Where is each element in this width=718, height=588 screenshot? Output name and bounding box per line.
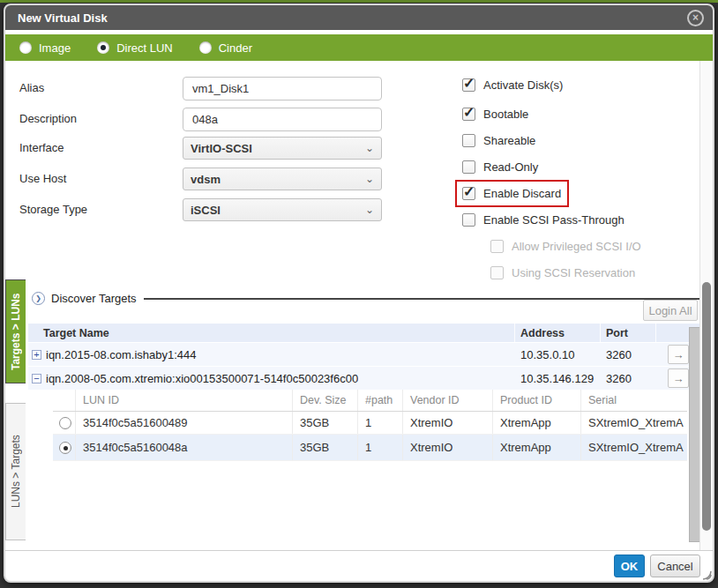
column-header-port: Port <box>601 324 656 342</box>
use-host-select[interactable]: vdsm ⌄ <box>183 167 382 190</box>
interface-select[interactable]: VirtIO-SCSI ⌄ <box>183 137 382 160</box>
interface-label: Interface <box>19 141 64 154</box>
discover-targets-legend[interactable]: ❯ Discover Targets <box>25 291 144 306</box>
use-host-label: Use Host <box>19 172 66 185</box>
login-all-button[interactable]: Login All <box>643 300 698 321</box>
column-header-path: #path <box>358 390 403 411</box>
targets-table: Target Name Address Port + iqn.2015-08.c… <box>28 324 700 390</box>
checkbox-allow-privileged-scsi-io: Allow Privileged SCSI I/O <box>490 240 641 253</box>
lun-dev-size: 35GB <box>293 412 358 434</box>
tab-luns-to-targets[interactable]: LUNs > Targets <box>5 403 26 540</box>
target-row[interactable]: + iqn.2015-08.com.ishaby1:444 10.35.0.10… <box>28 343 700 366</box>
lun-vendor-id: XtremIO <box>403 412 493 434</box>
check-icon: ✓ <box>463 104 475 121</box>
checkbox-enable-discard[interactable]: ✓ Enable Discard <box>462 187 561 200</box>
tab-label: LUNs > Targets <box>6 404 26 540</box>
disk-type-image-label: Image <box>39 41 71 55</box>
checkbox-bootable[interactable]: ✓ Bootable <box>462 108 528 121</box>
lun-product-id: XtremApp <box>493 435 581 460</box>
checkbox-using-scsi-reservation: Using SCSI Reservation <box>490 266 635 279</box>
column-header-select <box>53 390 76 411</box>
disclosure-arrow-icon: ❯ <box>32 292 45 305</box>
chevron-down-icon: ⌄ <box>365 144 374 153</box>
target-name: iqn.2015-08.com.ishaby1:444 <box>46 348 197 361</box>
target-port: 3260 <box>601 343 656 366</box>
discover-targets-label: Discover Targets <box>51 292 137 305</box>
disk-type-cinder[interactable]: Cinder <box>199 41 252 55</box>
lun-id: 3514f0c5a5160048a <box>76 435 293 460</box>
collapse-icon[interactable]: − <box>32 374 41 383</box>
luns-table: LUN ID Dev. Size #path Vendor ID Product… <box>53 390 687 461</box>
disk-type-image[interactable]: Image <box>19 41 71 55</box>
checkbox-checked-icon: ✓ <box>462 187 475 200</box>
disk-type-direct-lun[interactable]: Direct LUN <box>97 41 173 55</box>
checkbox-disabled-icon <box>490 266 504 279</box>
target-port: 3260 <box>601 367 656 390</box>
checkbox-activate-disks[interactable]: ✓ Activate Disk(s) <box>462 78 563 92</box>
checkbox-enable-scsi-passthrough[interactable]: Enable SCSI Pass-Through <box>462 213 625 227</box>
checkbox-label: Bootable <box>483 108 528 121</box>
lun-path-count: 1 <box>358 435 403 460</box>
lun-row[interactable]: 3514f0c5a51600489 35GB 1 XtremIO XtremAp… <box>53 412 687 435</box>
radio-icon <box>199 41 212 54</box>
targets-table-header: Target Name Address Port <box>28 324 700 342</box>
column-header-vendor-id: Vendor ID <box>403 390 493 411</box>
target-name: iqn.2008-05.com.xtremio:xio00153500071-5… <box>46 372 358 385</box>
dialog-title: New Virtual Disk <box>18 11 687 25</box>
arrow-right-icon: → <box>673 348 684 361</box>
storage-type-label: Storage Type <box>19 203 87 216</box>
checkbox-disabled-icon <box>490 240 504 253</box>
close-icon: × <box>692 11 699 24</box>
checkbox-label: Read-Only <box>483 160 538 174</box>
storage-type-select[interactable]: iSCSI ⌄ <box>183 198 382 221</box>
lun-radio-unselected[interactable] <box>59 417 71 429</box>
close-button[interactable]: × <box>687 10 704 26</box>
lun-dev-size: 35GB <box>293 435 358 460</box>
lun-path-count: 1 <box>358 412 403 434</box>
checkbox-label: Using SCSI Reservation <box>512 266 635 279</box>
storage-type-select-value: iSCSI <box>191 204 221 217</box>
checkbox-label: Allow Privileged SCSI I/O <box>512 240 641 253</box>
disk-type-cinder-label: Cinder <box>219 41 252 55</box>
checkbox-read-only[interactable]: Read-Only <box>462 160 538 174</box>
checkbox-unchecked-icon <box>462 160 475 174</box>
lun-radio-selected[interactable] <box>59 442 71 454</box>
lun-serial: SXtremIO_XtremA <box>581 412 687 434</box>
checkbox-unchecked-icon <box>462 134 475 147</box>
lun-product-id: XtremApp <box>493 412 581 434</box>
chevron-down-icon: ⌄ <box>365 205 374 214</box>
description-label: Description <box>19 112 77 125</box>
alias-label: Alias <box>19 81 44 94</box>
tab-label: Targets > LUNs <box>6 280 26 383</box>
interface-select-value: VirtIO-SCSI <box>191 142 252 155</box>
tab-targets-to-luns[interactable]: Targets > LUNs <box>5 279 26 383</box>
login-target-button[interactable]: → <box>668 368 689 388</box>
arrow-right-icon: → <box>673 372 684 385</box>
lun-row-selected[interactable]: 3514f0c5a5160048a 35GB 1 XtremIO XtremAp… <box>53 435 687 461</box>
radio-selected-icon <box>97 41 109 54</box>
target-address: 10.35.0.10 <box>515 343 601 366</box>
checkbox-label: Shareable <box>483 134 535 147</box>
column-header-serial: Serial <box>581 390 687 411</box>
check-icon: ✓ <box>463 75 475 92</box>
content-scrollbar-thumb[interactable] <box>702 282 711 531</box>
resize-grip-icon[interactable] <box>700 569 712 580</box>
column-header-target-name: Target Name <box>28 324 515 342</box>
column-header-dev-size: Dev. Size <box>293 390 358 411</box>
alias-input[interactable] <box>183 77 382 100</box>
checkbox-label: Enable SCSI Pass-Through <box>483 213 625 227</box>
column-header-product-id: Product ID <box>493 390 581 411</box>
checkbox-unchecked-icon <box>462 213 475 227</box>
ok-button[interactable]: OK <box>614 555 645 577</box>
description-input[interactable] <box>183 108 382 131</box>
expand-icon[interactable]: + <box>32 350 41 360</box>
column-header-address: Address <box>515 324 601 342</box>
cancel-button[interactable]: Cancel <box>650 555 700 577</box>
dialog-titlebar: New Virtual Disk × <box>5 5 713 30</box>
content-scrollbar-track[interactable] <box>699 61 713 550</box>
login-target-button[interactable]: → <box>668 345 689 364</box>
checkbox-checked-icon: ✓ <box>462 78 475 92</box>
checkbox-shareable[interactable]: Shareable <box>462 134 535 147</box>
target-row[interactable]: − iqn.2008-05.com.xtremio:xio00153500071… <box>28 367 700 390</box>
dialog-footer: OK Cancel <box>5 550 713 581</box>
